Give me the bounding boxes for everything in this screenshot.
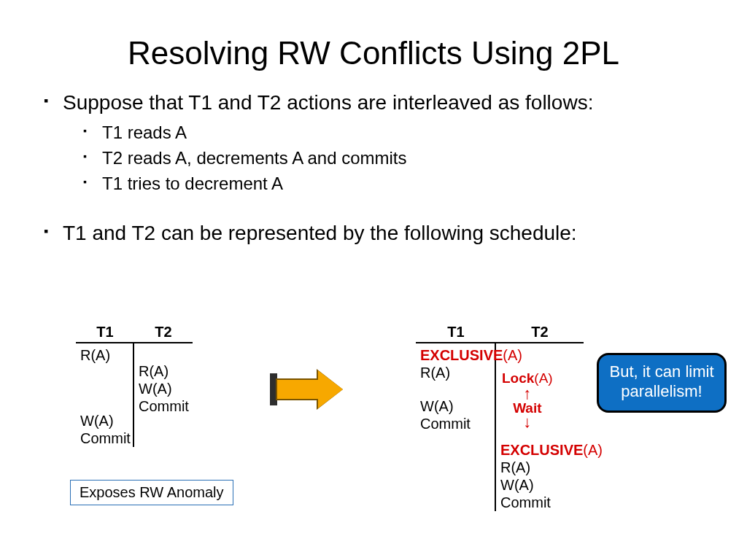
arrow-up-icon: ↑: [502, 386, 553, 401]
right-t2-exclusive: EXCLUSIVE(A): [500, 441, 579, 459]
right-t2-op: R(A): [500, 459, 579, 476]
bullet-list: Suppose that T1 and T2 actions are inter…: [0, 89, 747, 247]
right-t1-op: W(A): [420, 397, 490, 415]
left-col-header-t1: T1: [76, 324, 134, 342]
callout-box: But, it can limit parallelism!: [597, 353, 727, 413]
left-t1-op: Commit: [80, 429, 128, 447]
bullet-2: T1 and T2 can be represented by the foll…: [44, 219, 718, 247]
bullet-1-1: T1 reads A: [83, 121, 718, 144]
schedule-left: T1 T2 R(A) W(A) Commit R(A) W(A) Commit: [76, 324, 193, 447]
anomaly-label: Exposes RW Anomaly: [70, 480, 233, 505]
slide-title: Resolving RW Conflicts Using 2PL: [0, 0, 747, 89]
bullet-1-2: T2 reads A, decrements A and commits: [83, 147, 718, 169]
left-col-header-t2: T2: [134, 324, 193, 342]
schedule-right: T1 T2 EXCLUSIVE(A) R(A) W(A) Commit EXCL…: [416, 324, 584, 511]
lock-wait-annotation: Lock(A) ↑ Wait ↓: [502, 370, 553, 429]
arrow-icon: [270, 370, 343, 408]
right-t1-op: R(A): [420, 364, 490, 381]
bullet-1-3: T1 tries to decrement A: [83, 172, 718, 195]
arrow-down-icon: ↓: [502, 415, 553, 429]
left-t1-op: R(A): [80, 346, 128, 364]
left-t2-op: R(A): [139, 362, 188, 380]
left-t2-op: Commit: [139, 397, 188, 415]
left-t1-op: W(A): [80, 412, 128, 429]
bullet-1: Suppose that T1 and T2 actions are inter…: [44, 89, 718, 117]
right-t2-op: W(A): [500, 476, 579, 494]
left-t2-op: W(A): [139, 380, 188, 397]
right-col-header-t2: T2: [496, 324, 584, 342]
right-t1-exclusive: EXCLUSIVE(A): [420, 346, 490, 364]
right-t2-op: Commit: [500, 494, 579, 511]
right-col-header-t1: T1: [416, 324, 496, 342]
right-t1-op: Commit: [420, 415, 490, 432]
